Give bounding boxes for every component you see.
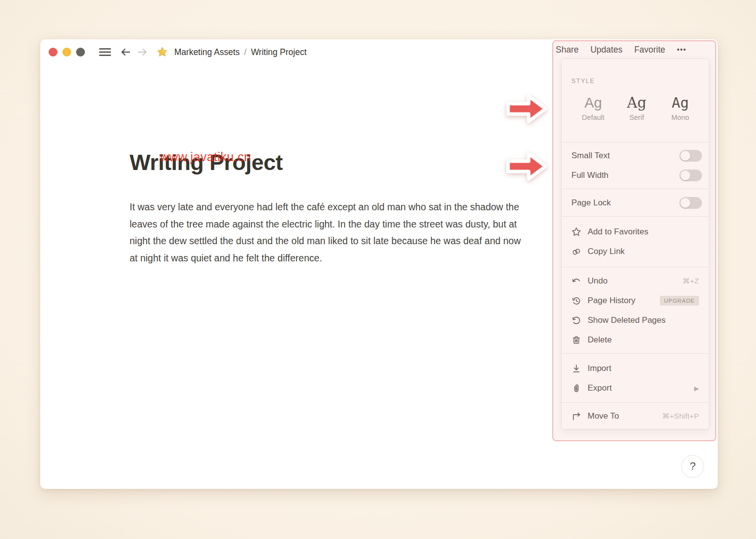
page-history-item[interactable]: Page History UPGRADE [562, 291, 709, 311]
full-width-toggle[interactable] [679, 170, 702, 181]
delete-item[interactable]: Delete [562, 330, 709, 350]
annotation-arrow-toggles [504, 147, 548, 186]
font-style-serif[interactable]: Ag Serif [615, 94, 659, 121]
small-text-row: Small Text [562, 146, 709, 166]
upgrade-badge: UPGRADE [660, 296, 699, 306]
font-sample-serif: Ag [615, 94, 659, 112]
style-section: STYLE Ag Default Ag Serif Ag Mono [562, 59, 709, 142]
small-text-toggle[interactable] [679, 150, 702, 162]
export-label: Export [588, 383, 612, 393]
undo-label: Undo [588, 276, 608, 286]
move-to-item[interactable]: Move To ⌘+Shift+P [562, 406, 709, 426]
page-lock-label: Page Lock [571, 198, 611, 208]
star-outline-icon [571, 227, 581, 237]
font-sample-mono: Ag [658, 94, 702, 112]
history-section: Undo ⌘+Z Page History UPGRADE [562, 267, 709, 354]
annotation-arrow-style [504, 90, 548, 128]
undo-icon [571, 276, 581, 286]
paragraph-line[interactable]: leaves of the tree made against the elec… [130, 216, 521, 233]
document-body: Writing Project It was very late and eve… [130, 149, 521, 266]
zoom-window-button[interactable] [76, 48, 85, 57]
close-window-button[interactable] [49, 48, 57, 57]
link-icon [571, 247, 581, 256]
undo-item[interactable]: Undo ⌘+Z [562, 271, 709, 291]
history-clock-icon [571, 296, 581, 306]
import-download-icon [571, 364, 581, 373]
undo-shortcut: ⌘+Z [682, 277, 699, 285]
delete-label: Delete [588, 335, 612, 345]
help-button[interactable]: ? [681, 455, 704, 478]
breadcrumb-current[interactable]: Writing Project [251, 47, 306, 57]
move-to-section: Move To ⌘+Shift+P [562, 403, 709, 430]
desktop-background: Marketing Assets / Writing Project Writi… [0, 0, 756, 539]
watermark-text: www.javatiku.cn [160, 150, 251, 164]
show-deleted-pages-label: Show Deleted Pages [588, 315, 666, 325]
full-width-row: Full Width [562, 166, 709, 185]
minimize-window-button[interactable] [62, 48, 71, 57]
font-style-default[interactable]: Ag Default [571, 94, 615, 121]
breadcrumb-separator: / [244, 47, 246, 57]
import-label: Import [588, 364, 611, 373]
export-item[interactable]: Export ▶ [562, 378, 709, 398]
move-to-label: Move To [588, 411, 619, 421]
full-width-label: Full Width [571, 170, 609, 180]
topbar-actions: Share Updates Favorite ••• [556, 41, 686, 58]
share-button[interactable]: Share [556, 45, 579, 55]
back-arrow-icon[interactable] [120, 47, 132, 57]
toggle-knob [680, 170, 690, 180]
style-section-heading: STYLE [571, 78, 702, 85]
text-layout-section: Small Text Full Width [562, 142, 709, 189]
toggle-knob [680, 198, 690, 208]
toggle-knob [680, 151, 690, 161]
page-lock-toggle[interactable] [679, 197, 702, 209]
add-to-favorites-item[interactable]: Add to Favorites [562, 222, 709, 242]
highlight-region: Share Updates Favorite ••• STYLE Ag Defa… [552, 40, 716, 441]
app-window: Marketing Assets / Writing Project Writi… [40, 39, 718, 489]
font-label-default: Default [571, 113, 615, 121]
move-to-shortcut: ⌘+Shift+P [662, 412, 699, 421]
show-deleted-pages-item[interactable]: Show Deleted Pages [562, 311, 709, 330]
page-star-icon [156, 46, 168, 58]
import-item[interactable]: Import [562, 359, 709, 378]
page-lock-section: Page Lock [562, 189, 709, 217]
favorite-button[interactable]: Favorite [634, 45, 665, 55]
font-sample-default: Ag [571, 94, 615, 112]
paragraph-line[interactable]: It was very late and everyone had left t… [130, 199, 521, 216]
page-lock-row: Page Lock [562, 193, 709, 213]
more-options-button[interactable]: ••• [677, 46, 686, 54]
paperclip-icon [571, 383, 581, 393]
forward-arrow-icon[interactable] [136, 47, 148, 57]
font-label-mono: Mono [658, 113, 702, 121]
font-label-serif: Serif [615, 113, 659, 121]
help-button-label: ? [690, 460, 696, 473]
move-to-arrow-icon [571, 411, 581, 421]
updates-button[interactable]: Updates [591, 45, 622, 55]
font-style-mono[interactable]: Ag Mono [658, 94, 702, 121]
paragraph[interactable]: It was very late and everyone had left t… [130, 199, 521, 266]
breadcrumb: Marketing Assets / Writing Project [174, 47, 307, 57]
page-history-label: Page History [588, 296, 635, 306]
add-to-favorites-label: Add to Favorites [588, 227, 648, 237]
paragraph-line[interactable]: night the dew settled the dust and the o… [130, 232, 521, 250]
page-options-menu: STYLE Ag Default Ag Serif Ag Mono [561, 58, 709, 429]
restore-arrow-icon [571, 315, 581, 325]
submenu-chevron-icon: ▶ [694, 385, 699, 392]
trash-icon [571, 335, 581, 345]
font-style-options: Ag Default Ag Serif Ag Mono [571, 94, 702, 121]
favorites-section: Add to Favorites Copy Link [562, 217, 709, 267]
breadcrumb-parent[interactable]: Marketing Assets [174, 47, 240, 57]
copy-link-label: Copy Link [588, 247, 625, 256]
small-text-label: Small Text [571, 151, 610, 161]
copy-link-item[interactable]: Copy Link [562, 242, 709, 261]
sidebar-menu-icon[interactable] [99, 47, 111, 57]
import-export-section: Import Export ▶ [562, 354, 709, 403]
paragraph-line[interactable]: at night it was quiet and he felt the di… [130, 250, 521, 267]
